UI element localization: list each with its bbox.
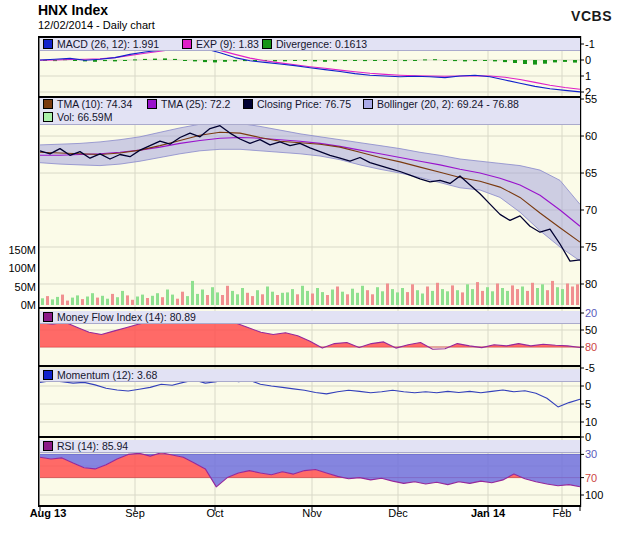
legend-row: MACD (26, 12): 1.991EXP (9): 1.83Diverge…: [40, 38, 580, 51]
legend-label: EXP (9): 1.83: [196, 38, 259, 50]
axis-tick-label: 30: [585, 449, 597, 460]
axis-tick-label: 0: [585, 432, 591, 443]
legend-row: RSI (14): 85.94: [40, 440, 580, 453]
momentum-legend: Momentum (12): 3.68: [40, 369, 580, 382]
axis-tick-label: 10: [585, 417, 597, 428]
axis-tick-label: 5: [585, 399, 591, 410]
page-title: HNX Index: [38, 2, 108, 18]
axis-tick-label: -1: [585, 39, 595, 50]
chart-window: HNX Index 12/02/2014 - Daily chart VCBS …: [0, 0, 620, 535]
macd-legend: MACD (26, 12): 1.991EXP (9): 1.83Diverge…: [40, 38, 580, 51]
legend-item: Closing Price: 76.75: [243, 98, 351, 111]
brand-logo: VCBS: [571, 8, 612, 24]
axis-tick-label: -5: [585, 363, 595, 374]
legend-label: Divergence: 0.1613: [276, 38, 367, 50]
legend-swatch-icon: [43, 312, 53, 322]
axis-tick-label: 0M: [2, 300, 36, 311]
legend-swatch-icon: [43, 39, 53, 49]
legend-swatch-icon: [363, 99, 373, 109]
legend-row: Vol: 66.59M: [40, 111, 580, 124]
legend-item: Divergence: 0.1613: [262, 38, 367, 51]
legend-label: TMA (10): 74.34: [57, 98, 132, 110]
x-axis-label: Aug 13: [30, 507, 67, 519]
legend-swatch-icon: [43, 112, 53, 122]
x-axis-label: Feb: [553, 507, 572, 519]
legend-row: TMA (10): 74.34TMA (25): 72.2Closing Pri…: [40, 98, 580, 111]
legend-swatch-icon: [43, 441, 53, 451]
legend-swatch-icon: [243, 99, 253, 109]
legend-swatch-icon: [147, 99, 157, 109]
axis-tick-label: 1: [585, 71, 591, 82]
axis-tick-label: 70: [585, 205, 597, 216]
legend-label: Vol: 66.59M: [57, 111, 112, 123]
axis-tick-label: 20: [585, 308, 597, 319]
axis-tick-label: 80: [585, 342, 597, 353]
axis-tick-label: 60: [585, 131, 597, 142]
chart-canvas: [0, 0, 620, 535]
x-axis-label: Oct: [206, 507, 223, 519]
legend-item: EXP (9): 1.83: [182, 38, 259, 51]
axis-tick-label: 0: [585, 381, 591, 392]
legend-row: Money Flow Index (14): 80.89: [40, 311, 580, 324]
legend-item: MACD (26, 12): 1.991: [43, 38, 159, 51]
axis-tick-label: 100M: [2, 263, 36, 274]
axis-tick-label: 70: [585, 473, 597, 484]
legend-label: Momentum (12): 3.68: [57, 369, 157, 381]
axis-tick-label: 0: [585, 55, 591, 66]
legend-label: Money Flow Index (14): 80.89: [57, 311, 196, 323]
x-axis-label: Sep: [125, 507, 145, 519]
legend-item: Money Flow Index (14): 80.89: [43, 311, 196, 324]
legend-item: TMA (10): 74.34: [43, 98, 132, 111]
axis-tick-label: 50M: [2, 282, 36, 293]
axis-tick-label: 80: [585, 279, 597, 290]
legend-row: Momentum (12): 3.68: [40, 369, 580, 382]
price-legend: TMA (10): 74.34TMA (25): 72.2Closing Pri…: [40, 98, 580, 125]
mfi-legend: Money Flow Index (14): 80.89: [40, 311, 580, 324]
legend-label: Closing Price: 76.75: [257, 98, 351, 110]
legend-item: Bollinger (20, 2): 69.24 - 76.88: [363, 98, 519, 111]
legend-swatch-icon: [43, 99, 53, 109]
x-axis-label: Nov: [302, 507, 322, 519]
x-axis-label: Jan 14: [471, 507, 505, 519]
axis-tick-label: 100: [585, 490, 603, 501]
legend-label: RSI (14): 85.94: [57, 440, 128, 452]
price-panel: [40, 98, 584, 307]
rsi-legend: RSI (14): 85.94: [40, 440, 580, 453]
legend-swatch-icon: [262, 39, 272, 49]
legend-item: TMA (25): 72.2: [147, 98, 230, 111]
legend-label: Bollinger (20, 2): 69.24 - 76.88: [377, 98, 519, 110]
x-axis-label: Dec: [388, 507, 408, 519]
legend-item: Vol: 66.59M: [43, 111, 112, 124]
legend-item: Momentum (12): 3.68: [43, 369, 157, 382]
legend-label: MACD (26, 12): 1.991: [57, 38, 159, 50]
axis-tick-label: 75: [585, 242, 597, 253]
legend-swatch-icon: [182, 39, 192, 49]
axis-tick-label: 55: [585, 94, 597, 105]
legend-label: TMA (25): 72.2: [161, 98, 230, 110]
axis-tick-label: 65: [585, 168, 597, 179]
legend-item: RSI (14): 85.94: [43, 440, 128, 453]
axis-tick-label: 150M: [2, 245, 36, 256]
legend-swatch-icon: [43, 370, 53, 380]
chart-date-subtitle: 12/02/2014 - Daily chart: [38, 19, 155, 31]
axis-tick-label: 50: [585, 325, 597, 336]
